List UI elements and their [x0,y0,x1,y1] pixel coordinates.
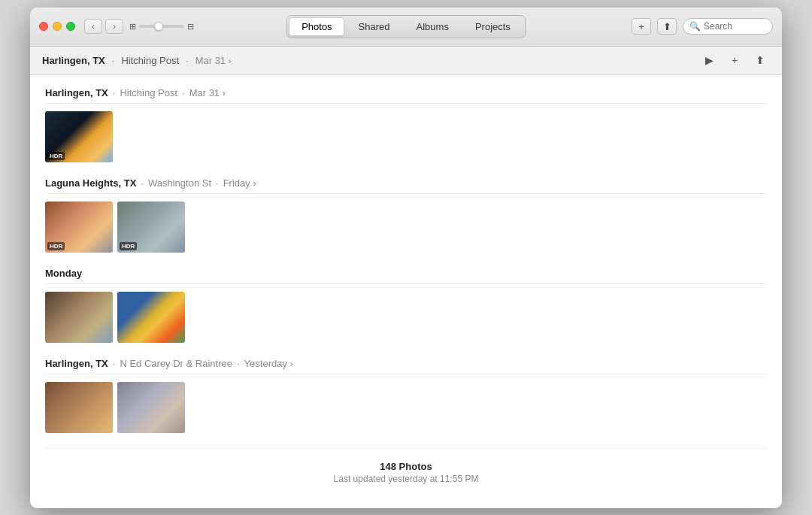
share-button[interactable]: ⬆ [657,18,677,35]
section-sublocation-4: N Ed Carey Dr & Raintree [120,358,232,369]
section-location-2: Laguna Heights, TX [45,177,136,189]
breadcrumb-location: Harlingen, TX [42,55,105,66]
photo-section-2: Laguna Heights, TX · Washington St · Fri… [45,177,767,253]
section-date-sep-4: · [237,358,240,369]
minimize-button[interactable] [53,22,62,31]
tab-projects[interactable]: Projects [462,17,523,36]
play-button[interactable]: ▶ [699,52,719,68]
section-sublocation-sep-4: · [113,358,116,369]
photo-thumb-p1[interactable]: HDR [45,111,113,162]
section-location-1: Harlingen, TX [45,87,108,98]
sub-toolbar: Harlingen, TX · Hitching Post · Mar 31 ›… [30,47,782,75]
tab-albums[interactable]: Albums [404,17,462,36]
breadcrumb-sep-1: · [112,55,115,66]
main-nav-tabs: Photos Shared Albums Projects [286,15,526,38]
nav-buttons: ‹ › [84,19,123,34]
breadcrumb-sep-2: · [186,55,189,66]
tab-photos[interactable]: Photos [289,17,344,36]
tab-shared[interactable]: Shared [346,17,403,36]
forward-button[interactable]: › [105,19,123,34]
section-header-3: Monday [45,268,767,284]
section-sublocation-2: Washington St [148,177,211,189]
photo-thumb-p5[interactable] [117,292,185,343]
slider-large-icon: ⊟ [187,22,194,32]
photo-grid-1: HDR [45,111,767,162]
section-sublocation-sep-2: · [141,177,144,189]
section-date-sep-1: · [182,87,185,98]
photo-thumb-p3[interactable]: HDR [117,201,185,253]
size-slider-track[interactable] [139,25,184,28]
maximize-button[interactable] [66,22,75,31]
close-button[interactable] [39,22,48,31]
section-header-4: Harlingen, TX · N Ed Carey Dr & Raintree… [45,358,767,374]
photo-count: 148 Photos [45,461,767,472]
photo-grid-4 [45,382,767,433]
breadcrumb-date[interactable]: Mar 31 › [195,55,232,66]
section-location-3: Monday [45,268,82,279]
photo-thumb-p6[interactable] [45,382,113,433]
photo-thumb-p4[interactable] [45,292,113,343]
search-icon: 🔍 [689,21,701,32]
toolbar-actions: ▶ + ⬆ [699,52,770,68]
size-slider-area: ⊞ ⊟ [129,22,194,32]
section-date-1[interactable]: Mar 31 › [189,87,226,98]
toolbar-share-button[interactable]: ⬆ [750,52,770,68]
hdr-badge-p3: HDR [120,242,137,250]
add-button[interactable]: + [632,18,651,35]
tab-group: Photos Shared Albums Projects [286,15,526,38]
section-date-4[interactable]: Yesterday › [244,358,293,369]
section-location-4: Harlingen, TX [45,358,108,369]
photo-grid-2: HDR HDR [45,201,767,253]
search-box[interactable]: 🔍 [683,18,773,35]
section-sublocation-sep-1: · [113,87,116,98]
photo-grid-3 [45,292,767,343]
section-date-sep-2: · [216,177,219,189]
section-sublocation-1: Hitching Post [120,87,177,98]
hdr-badge-p1: HDR [47,152,65,160]
back-button[interactable]: ‹ [84,19,102,34]
slider-small-icon: ⊞ [129,22,136,32]
footer: 148 Photos Last updated yesterday at 11:… [45,448,767,496]
toolbar-add-button[interactable]: + [725,52,744,68]
hdr-badge-p2: HDR [47,242,65,250]
main-content: Harlingen, TX · Hitching Post · Mar 31 ›… [30,75,782,508]
section-header-2: Laguna Heights, TX · Washington St · Fri… [45,177,767,194]
photo-thumb-p7[interactable] [117,382,185,433]
breadcrumb-chevron[interactable]: › [229,56,232,65]
photo-section-4: Harlingen, TX · N Ed Carey Dr & Raintree… [45,358,767,433]
last-updated: Last updated yesterday at 11:55 PM [45,474,767,484]
section-header-1: Harlingen, TX · Hitching Post · Mar 31 › [45,87,767,104]
section-date-2[interactable]: Friday › [223,177,256,189]
titlebar-right: + ⬆ 🔍 [632,18,773,35]
photo-thumb-p2[interactable]: HDR [45,201,113,253]
size-slider-thumb[interactable] [154,22,163,31]
app-window: ‹ › ⊞ ⊟ Photos Shared Albums Projects + … [30,8,782,508]
traffic-lights [39,22,75,31]
search-input[interactable] [704,21,764,32]
photo-section-3: Monday [45,268,767,343]
breadcrumb-sublocation: Hitching Post [121,55,179,66]
titlebar: ‹ › ⊞ ⊟ Photos Shared Albums Projects + … [30,8,782,47]
photo-section-1: Harlingen, TX · Hitching Post · Mar 31 ›… [45,87,767,162]
